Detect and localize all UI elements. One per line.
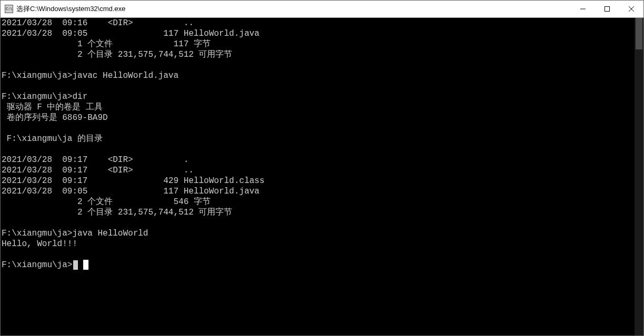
selection-block (83, 260, 88, 270)
titlebar[interactable]: 选择C:\Windows\system32\cmd.exe (1, 1, 643, 18)
prompt-line: F:\xiangmu\ja>java HelloWorld (2, 229, 148, 238)
close-button[interactable] (619, 1, 643, 17)
maximize-button[interactable] (595, 1, 619, 17)
prompt-line: F:\xiangmu\ja>dir (2, 92, 87, 101)
text-cursor (73, 260, 78, 270)
program-output: Hello, World!!! (2, 239, 77, 249)
cmd-window: 选择C:\Windows\system32\cmd.exe 2021/03/28… (0, 0, 644, 336)
dir-line: 2021/03/28 09:17 429 HelloWorld.class (2, 176, 264, 186)
vertical-scrollbar[interactable] (635, 18, 643, 335)
cmd-icon (5, 5, 13, 13)
dir-line: 2021/03/28 09:17 <DIR> . (2, 155, 189, 165)
volume-line: 驱动器 F 中的卷是 工具 (2, 103, 103, 112)
minimize-button[interactable] (571, 1, 595, 17)
directory-of-line: F:\xiangmu\ja 的目录 (2, 134, 103, 144)
svg-rect-1 (605, 7, 610, 12)
prompt-line: F:\xiangmu\ja>javac HelloWorld.java (2, 71, 179, 80)
scrollbar-thumb[interactable] (636, 18, 642, 49)
serial-line: 卷的序列号是 6869-BA9D (2, 113, 108, 123)
dir-summary-dirs: 2 个目录 231,575,744,512 可用字节 (2, 50, 232, 59)
window-title: 选择C:\Windows\system32\cmd.exe (16, 4, 125, 14)
dir-summary-files: 1 个文件 117 字节 (2, 39, 211, 49)
dir-summary-dirs: 2 个目录 231,575,744,512 可用字节 (2, 208, 232, 217)
client-area: 2021/03/28 09:16 <DIR> .. 2021/03/28 09:… (1, 18, 643, 335)
current-prompt[interactable]: F:\xiangmu\ja> (2, 260, 72, 270)
dir-line: 2021/03/28 09:16 <DIR> .. (2, 18, 194, 28)
terminal-output[interactable]: 2021/03/28 09:16 <DIR> .. 2021/03/28 09:… (1, 18, 635, 335)
dir-line: 2021/03/28 09:17 <DIR> .. (2, 166, 194, 175)
dir-line: 2021/03/28 09:05 117 HelloWorld.java (2, 29, 260, 38)
dir-line: 2021/03/28 09:05 117 HelloWorld.java (2, 187, 260, 196)
dir-summary-files: 2 个文件 546 字节 (2, 197, 211, 207)
